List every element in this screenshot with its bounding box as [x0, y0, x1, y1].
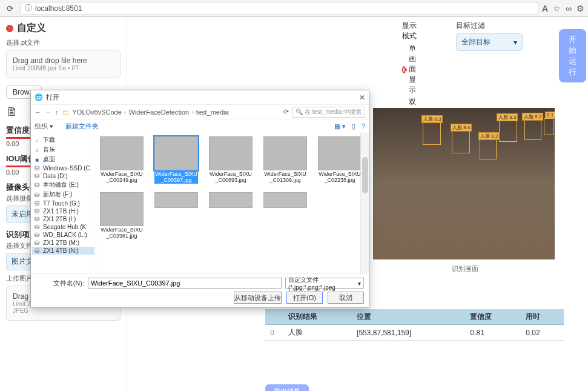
col-idx	[265, 309, 283, 325]
view-mode-icon[interactable]: ▦ ▾	[334, 122, 346, 130]
tree-item[interactable]: ⛁本地磁盘 (E:)	[32, 180, 94, 190]
radio-on-icon	[402, 66, 406, 73]
drive-icon: ♪	[33, 147, 41, 153]
file-open-dialog: 🌐 打开 ✕ ← → ↑ 🗀 YOLOv8vSCode›WiderFaceDet…	[30, 90, 369, 308]
result-caption: 识别画面	[452, 264, 478, 273]
pt-drag-text: Drag and drop file here	[13, 56, 114, 65]
tree-item-label: Windows-SSD (C	[43, 165, 90, 172]
reading-mode-icon[interactable]: A	[542, 4, 548, 13]
col-confidence: 置信度	[465, 309, 521, 325]
tree-item[interactable]: ⛁ZX1 1TB (H:)	[32, 207, 94, 215]
table-row: 0人脸[553,87,581,159]0.810.02	[265, 325, 564, 341]
reload-icon[interactable]: ⟳	[4, 2, 17, 15]
dialog-nav: ← → ↑ 🗀 YOLOv8vSCode›WiderFaceDetection›…	[31, 105, 369, 119]
tree-item[interactable]: ♪音乐	[32, 145, 94, 155]
upload-mobile-button[interactable]: 从移动设备上传	[234, 292, 282, 304]
scrollbar-thumb[interactable]	[362, 157, 368, 193]
file-thumbnail[interactable]	[154, 192, 198, 239]
nav-up-icon[interactable]: ↑	[55, 109, 59, 116]
breadcrumb-segment[interactable]: YOLOv8vSCode	[73, 109, 122, 116]
tree-item-label: ZX1 4TB (N:)	[43, 247, 79, 254]
tree-item-label: Seagate Hub (K:	[43, 224, 88, 230]
drive-icon: ⛁	[33, 232, 41, 238]
app-title: 自定义	[6, 22, 121, 35]
preview-pane-icon[interactable]: ▯	[352, 122, 355, 130]
detection-box	[480, 139, 497, 159]
app-icon-circle	[6, 25, 13, 32]
url-text: localhost:8501	[35, 4, 82, 13]
tree-item-label: WD_BLACK (L:)	[43, 232, 87, 238]
breadcrumb[interactable]: YOLOv8vSCode›WiderFaceDetection›test_med…	[73, 109, 280, 116]
run-group: 开始运行	[559, 29, 586, 150]
tree-item[interactable]: ⛁Seagate Hub (K:	[32, 223, 94, 231]
chevron-right-icon: ›	[191, 109, 194, 116]
file-thumbnail[interactable]: WiderFace_SIXU_C02961.jpg	[100, 192, 144, 239]
scrollbar[interactable]	[360, 133, 369, 273]
drive-icon: ■	[33, 156, 41, 163]
filename-input[interactable]	[88, 278, 282, 289]
site-info-icon: ⓘ	[25, 3, 32, 13]
nav-forward-icon[interactable]: →	[45, 109, 51, 116]
thumbnail-image	[209, 192, 253, 208]
run-button[interactable]: 开始运行	[559, 29, 586, 82]
tree-item[interactable]: ⛁WD_BLACK (L:)	[32, 231, 94, 239]
new-folder-button[interactable]: 新建文件夹	[65, 122, 99, 131]
close-icon[interactable]: ✕	[359, 93, 365, 102]
dialog-title: 打开	[46, 93, 59, 102]
pt-drop-area[interactable]: Drag and drop file here Limit 200MB per …	[6, 50, 121, 78]
file-thumbnail[interactable]: WiderFace_SIXU_C02238.jpg	[318, 136, 362, 184]
search-placeholder: 在 test_media 中搜索	[305, 108, 362, 116]
cancel-button[interactable]: 取消	[328, 292, 364, 304]
file-thumbnail[interactable]: WiderFace_SIXU_C00893.jpg	[209, 136, 253, 184]
detection-box	[423, 122, 441, 145]
table-header-row: 识别结果 位置 置信度 用时	[265, 309, 564, 325]
filetype-select[interactable]: 自定义文件 (*.jpg;*.png;*.jpeg ▾	[285, 278, 364, 289]
help-icon[interactable]: ?	[362, 122, 365, 130]
url-bar[interactable]: ⓘ localhost:8501	[21, 2, 538, 15]
target-select[interactable]: 全部目标 ▾	[456, 33, 523, 51]
breadcrumb-segment[interactable]: WiderFaceDetection	[129, 109, 190, 116]
dialog-tree[interactable]: ↓下载♪音乐■桌面⛁Windows-SSD (C⛁Data (D:)⛁本地磁盘 …	[31, 133, 96, 273]
dialog-search[interactable]: 🔍 在 test_media 中搜索	[292, 107, 365, 118]
table-cell: [553,87,581,159]	[352, 325, 465, 341]
breadcrumb-segment[interactable]: test_media	[196, 109, 229, 116]
tree-item[interactable]: ⛁T7 Touch (G:)	[32, 199, 94, 207]
tree-item[interactable]: ⛁新加卷 (F:)	[32, 190, 94, 199]
thumbnail-caption: WiderFace_SIXU_C00397.jpg	[154, 172, 198, 184]
tree-item[interactable]: ⛁Data (D:)	[32, 172, 94, 180]
pt-file-label: 选择.pt文件	[6, 38, 121, 47]
radio-single[interactable]: 单画面显示	[402, 44, 420, 95]
file-thumbnail[interactable]: WiderFace_SIXU_C00397.jpg	[154, 136, 198, 184]
dialog-file-grid[interactable]: WiderFace_SIXU_C00249.jpgWiderFace_SIXU_…	[96, 133, 369, 273]
file-thumbnail[interactable]	[209, 192, 253, 239]
refresh-icon[interactable]: ⟳	[283, 108, 289, 116]
file-thumbnail[interactable]	[263, 192, 307, 239]
organize-menu[interactable]: 组织 ▾	[35, 122, 53, 131]
drive-icon: ⛁	[33, 165, 41, 172]
col-time: 用时	[521, 309, 564, 325]
tree-item[interactable]: ⛁ZX1 2TB (I:)	[32, 215, 94, 223]
bookmark-icon[interactable]: ☆	[553, 4, 561, 13]
thumbnail-image	[263, 192, 307, 208]
dialog-titlebar: 🌐 打开 ✕	[31, 90, 369, 105]
thumbnail-caption: WiderFace_SIXU_C00893.jpg	[209, 172, 253, 184]
nav-back-icon[interactable]: ←	[35, 109, 41, 116]
file-thumbnail[interactable]: WiderFace_SIXU_C00249.jpg	[100, 136, 144, 184]
file-thumbnail[interactable]: WiderFace_SIXU_C01309.jpg	[263, 136, 307, 184]
detection-label: 人脸 8.2	[522, 113, 543, 121]
drive-icon: ↓	[33, 137, 41, 144]
tree-item[interactable]: ⛁Windows-SSD (C	[32, 164, 94, 172]
tree-item[interactable]: ⛁ZX1 2TB (M:)	[32, 239, 94, 247]
tree-item[interactable]: ↓下载	[32, 135, 94, 145]
settings-icon[interactable]: ⚙	[576, 4, 584, 13]
detection-box	[524, 119, 541, 140]
tree-item[interactable]: ■桌面	[32, 155, 94, 164]
dialog-footer: 文件名(N): 自定义文件 (*.jpg;*.png;*.jpeg ▾ 从移动设…	[31, 273, 369, 307]
tree-item[interactable]: ⛁ZX1 4TB (N:)	[32, 247, 94, 255]
open-button[interactable]: 打开(O)	[286, 292, 323, 304]
tree-item-label: 音乐	[43, 145, 55, 154]
file-icon: 🗎	[6, 105, 18, 119]
export-button[interactable]: 导出结果	[265, 384, 309, 391]
drive-icon: ⛁	[33, 173, 41, 179]
infinity-icon[interactable]: ∞	[566, 4, 572, 13]
